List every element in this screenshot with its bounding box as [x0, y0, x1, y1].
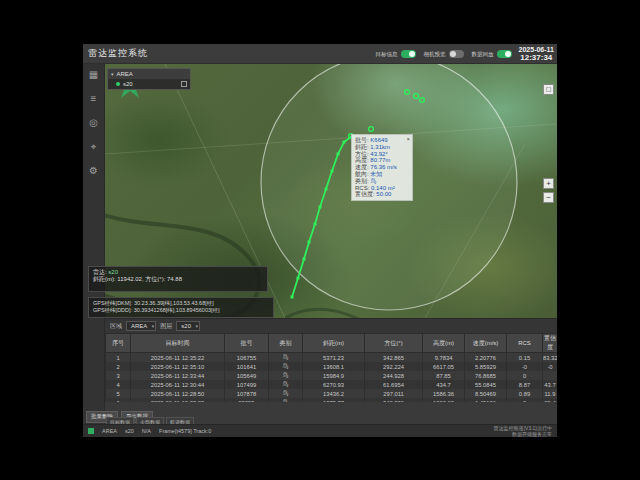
table-cell: 1586.36 — [423, 389, 465, 398]
toggle-target-info[interactable]: 目标信息 — [375, 50, 416, 58]
table-cell: 2025-06-11 12:35:10 — [131, 362, 225, 371]
table-cell: 11.9 — [543, 389, 558, 398]
letterbox: 雷达监控系统 目标信息 相机预览 数据回放 2025-06-11 12:37:3… — [0, 0, 640, 480]
table-cell: 342.865 — [365, 353, 423, 363]
table-header-cell: 类别 — [269, 334, 303, 353]
detection-table: 序号目标时间批号类别斜距(m)方位(°)高度(m)速度(m/s)RCS置信度 1… — [105, 333, 557, 402]
table-cell: 83.32 — [543, 353, 558, 363]
popup-row: 置信度: 50.00 — [355, 191, 409, 198]
status-right: 雷达监控频道(V3.1)运行中 数据存储服务正常 — [493, 425, 552, 437]
track-point — [331, 170, 334, 173]
table-cell: 107499 — [225, 380, 269, 389]
table-cell: 鸟 — [269, 371, 303, 380]
target-icon[interactable]: ◎ — [87, 116, 101, 130]
layers-icon[interactable]: ▦ — [87, 68, 101, 82]
tree-root-area[interactable]: ▾ AREA — [108, 69, 190, 79]
status-dot-icon — [116, 82, 120, 86]
popup-row: 斜距: 1.31km — [355, 144, 409, 151]
radar-value: s20 — [108, 269, 118, 275]
toggle-switch-icon[interactable] — [401, 50, 416, 58]
table-cell: 5.85929 — [465, 362, 507, 371]
table-cell: 6617.05 — [423, 362, 465, 371]
toggle-data-playback[interactable]: 数据回放 — [471, 50, 512, 58]
measurement-overlay: 雷达: s20 斜距(m): 11942.02, 方位(°): 74.88 — [88, 266, 268, 292]
popup-row: 类别: 鸟 — [355, 178, 409, 185]
layer-checkbox[interactable] — [181, 81, 187, 87]
table-cell: 2 — [106, 362, 131, 371]
popup-row: 批号: K6649 — [355, 137, 409, 144]
table-cell: 101641 — [225, 362, 269, 371]
gps-overlay: GPS经纬[DKM]: 30.23.36.39[纬],103.53.43.68[… — [88, 297, 274, 318]
table-cell: 76.8685 — [465, 371, 507, 380]
table-header-cell: 方位(°) — [365, 334, 423, 353]
settings-icon[interactable]: ⚙ — [87, 164, 101, 178]
table-row[interactable]: 22025-06-11 12:35:10101641鸟13608.1292.22… — [106, 362, 558, 371]
filter-bar: 区域 AREA 图层 s20 — [105, 318, 557, 333]
table-row[interactable]: 62025-06-11 12:23:2295055鸟1275.77342.886… — [106, 398, 558, 402]
zoom-in-button[interactable]: + — [543, 178, 554, 189]
area-select[interactable]: AREA — [126, 321, 156, 331]
table-cell: 0 — [507, 371, 543, 380]
status-frame: Frame[t4579] Track:0 — [159, 428, 211, 434]
table-cell: 5371.23 — [303, 353, 365, 363]
status-bar: AREA s20 N/A Frame[t4579] Track:0 雷达监控频道… — [83, 424, 557, 437]
table-cell: 2025-06-11 12:28:50 — [131, 389, 225, 398]
table-cell: 342.886 — [365, 398, 423, 402]
table-cell: 244.928 — [365, 371, 423, 380]
table-cell: 4 — [106, 380, 131, 389]
app-title: 雷达监控系统 — [88, 47, 148, 60]
left-toolbar: ▦≡◎⌖⚙ — [83, 64, 105, 424]
tree-node-s20[interactable]: s20 — [108, 79, 190, 89]
table-cell: 1 — [106, 353, 131, 363]
table-cell: 2025-06-11 12:30:44 — [131, 380, 225, 389]
layer-select[interactable]: s20 — [176, 321, 200, 331]
table-cell: 292.224 — [365, 362, 423, 371]
track-point — [308, 241, 311, 244]
gps-ddd: GPS经纬[DDD]: 30.39341268[纬],103.89456003[… — [93, 307, 269, 314]
radar-label: 雷达: — [93, 269, 107, 275]
track-point — [297, 277, 300, 280]
table-cell: 25.4 — [543, 398, 558, 402]
track-point — [319, 206, 322, 209]
layer-tree-panel: ▾ AREA s20 — [107, 68, 191, 90]
toggle-data-playback-label: 数据回放 — [471, 51, 494, 57]
table-row[interactable]: 52025-06-11 12:28:50107878鸟13436.2297.01… — [106, 389, 558, 398]
area-filter-label: 区域 — [110, 322, 122, 331]
tree-root-label: AREA — [117, 71, 133, 77]
clock: 2025-06-11 12:37:34 — [519, 46, 554, 62]
toggle-camera-preview[interactable]: 相机预览 — [423, 50, 464, 58]
table-header-cell: 目标时间 — [131, 334, 225, 353]
table-row[interactable]: 42025-06-11 12:30:44107499鸟6270.9361.695… — [106, 380, 558, 389]
measure-icon[interactable]: ⌖ — [87, 140, 101, 154]
table-cell: 鸟 — [269, 398, 303, 402]
title-bar: 雷达监控系统 目标信息 相机预览 数据回放 2025-06-11 12:37:3… — [83, 44, 557, 64]
table-cell: 105649 — [225, 371, 269, 380]
close-icon[interactable]: × — [406, 136, 410, 143]
map-layers-button[interactable]: ▢ — [543, 84, 554, 95]
table-header-cell: 高度(m) — [423, 334, 465, 353]
table-cell: 8.87 — [507, 380, 543, 389]
status-led-icon — [88, 428, 94, 434]
table-header-cell: 置信度 — [543, 334, 558, 353]
status-na: N/A — [142, 428, 151, 434]
track-point — [291, 296, 294, 299]
table-cell: 15984.9 — [303, 371, 365, 380]
detection-table-wrap: 序号目标时间批号类别斜距(m)方位(°)高度(m)速度(m/s)RCS置信度 1… — [105, 333, 557, 402]
table-header-cell: 序号 — [106, 334, 131, 353]
list-icon[interactable]: ≡ — [87, 92, 101, 106]
table-cell: 107878 — [225, 389, 269, 398]
status-layer: s20 — [125, 428, 134, 434]
toggle-switch-icon[interactable] — [449, 50, 464, 58]
zoom-out-button[interactable]: − — [543, 192, 554, 203]
table-cell — [543, 371, 558, 380]
chevron-down-icon: ▾ — [111, 71, 114, 77]
toggle-switch-icon[interactable] — [497, 50, 512, 58]
table-row[interactable]: 12025-06-11 12:35:22106755鸟5371.23342.86… — [106, 353, 558, 363]
table-header-cell: 斜距(m) — [303, 334, 365, 353]
table-cell: 2025-06-11 12:23:22 — [131, 398, 225, 402]
table-cell: 0.15 — [507, 353, 543, 363]
table-cell: 鸟 — [269, 362, 303, 371]
table-cell: 13436.2 — [303, 389, 365, 398]
table-row[interactable]: 32025-06-11 12:33:44105649鸟15984.9244.92… — [106, 371, 558, 380]
table-header-cell: 批号 — [225, 334, 269, 353]
